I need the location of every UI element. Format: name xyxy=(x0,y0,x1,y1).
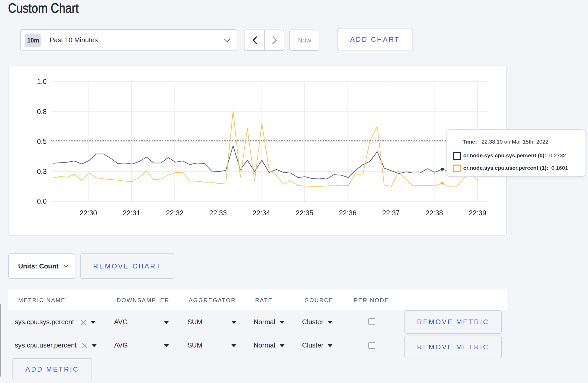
svg-text:22:34: 22:34 xyxy=(253,209,270,217)
svg-text:22:36: 22:36 xyxy=(339,209,357,217)
svg-text:1.0: 1.0 xyxy=(37,78,47,86)
svg-text:0.0: 0.0 xyxy=(37,197,47,205)
svg-text:0.8: 0.8 xyxy=(37,108,47,116)
svg-text:22:37: 22:37 xyxy=(382,209,400,217)
svg-text:0.3: 0.3 xyxy=(37,168,47,175)
svg-text:22:38: 22:38 xyxy=(425,209,443,217)
svg-text:22:33: 22:33 xyxy=(209,209,227,217)
svg-text:0.5: 0.5 xyxy=(37,138,47,145)
svg-text:22:31: 22:31 xyxy=(123,209,141,217)
svg-text:22:39: 22:39 xyxy=(469,209,486,217)
svg-text:22:32: 22:32 xyxy=(166,209,184,217)
svg-text:22:30: 22:30 xyxy=(80,209,97,217)
svg-text:22:35: 22:35 xyxy=(296,209,313,217)
